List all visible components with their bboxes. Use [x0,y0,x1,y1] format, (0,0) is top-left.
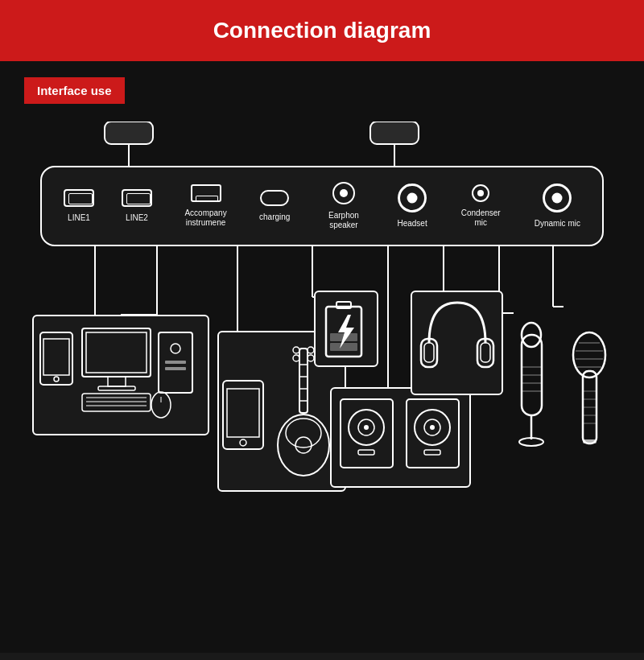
interface-badge: Interface use [24,77,125,104]
svg-rect-21 [43,339,69,375]
condenser-mic-box [507,307,555,468]
port-headset: Headset [397,184,427,229]
svg-rect-23 [82,328,151,377]
svg-rect-24 [86,332,147,373]
port-headset-label: Headset [397,219,427,229]
svg-rect-55 [330,343,357,351]
svg-rect-43 [299,349,308,413]
page-header: Connection diagram [0,0,644,61]
svg-rect-66 [424,450,440,455]
port-accompany: Accompany instrumene [180,184,232,228]
svg-point-31 [151,392,171,418]
computer-devices-box [32,315,209,435]
condenser-mic-illustration [510,311,554,464]
svg-rect-1 [370,122,419,144]
svg-rect-69 [424,343,434,362]
speakers-box [330,387,471,488]
svg-point-40 [278,415,329,476]
svg-rect-0 [105,122,153,144]
headset-illustration [417,295,497,391]
port-charging-connector [260,190,289,206]
port-condenser-label: Condenser mic [455,208,507,228]
svg-rect-38 [227,389,259,437]
svg-rect-90 [583,439,597,443]
svg-point-42 [295,437,312,453]
port-line2-connector [122,189,152,207]
charging-box [314,291,378,367]
computer-illustration [34,316,203,429]
port-dynamic: Dynamic mic [535,184,580,229]
port-line2-label: LINE2 [126,213,148,223]
svg-rect-56 [330,333,357,341]
main-content: Interface use [0,61,644,653]
port-condenser: Condenser mic [455,184,507,228]
port-accompany-label: Accompany instrumene [180,208,232,228]
svg-point-49 [308,347,314,353]
svg-point-65 [430,425,435,430]
port-accompany-connector [191,184,221,202]
port-earphone: Earphon speaker [317,182,369,230]
port-condenser-connector [472,184,489,202]
connection-diagram: LINE1 LINE2 Accompany instrumene chargin… [24,122,620,637]
port-earphone-connector [332,182,355,204]
svg-rect-25 [108,377,126,386]
svg-point-34 [171,344,180,353]
port-earphone-label: Earphon speaker [317,211,369,230]
port-line2: LINE2 [122,189,152,223]
port-dynamic-connector [543,184,572,212]
page-title: Connection diagram [0,18,644,43]
svg-rect-70 [481,343,490,362]
svg-rect-36 [165,367,186,370]
port-line1-connector [64,189,94,207]
svg-point-51 [308,355,314,361]
port-headset-connector [398,184,427,212]
headset-box [411,291,503,395]
port-charging-label: charging [259,212,290,222]
svg-point-39 [240,439,246,446]
svg-point-50 [293,355,299,361]
svg-point-48 [293,347,299,353]
dynamic-mic-box [565,299,613,460]
port-dynamic-label: Dynamic mic [535,219,580,229]
port-line1-label: LINE1 [68,213,90,223]
svg-point-60 [364,425,369,430]
svg-rect-61 [358,450,374,455]
charging-illustration [322,299,370,359]
svg-point-22 [54,377,59,382]
audio-interface-box: LINE1 LINE2 Accompany instrumene chargin… [40,166,604,246]
svg-point-41 [286,419,321,448]
svg-rect-26 [98,386,135,390]
dynamic-mic-illustration [568,299,612,460]
speakers-illustration [334,391,467,484]
port-charging: charging [259,190,290,222]
port-line1: LINE1 [64,189,94,223]
svg-rect-27 [82,394,151,411]
svg-rect-35 [165,361,186,364]
